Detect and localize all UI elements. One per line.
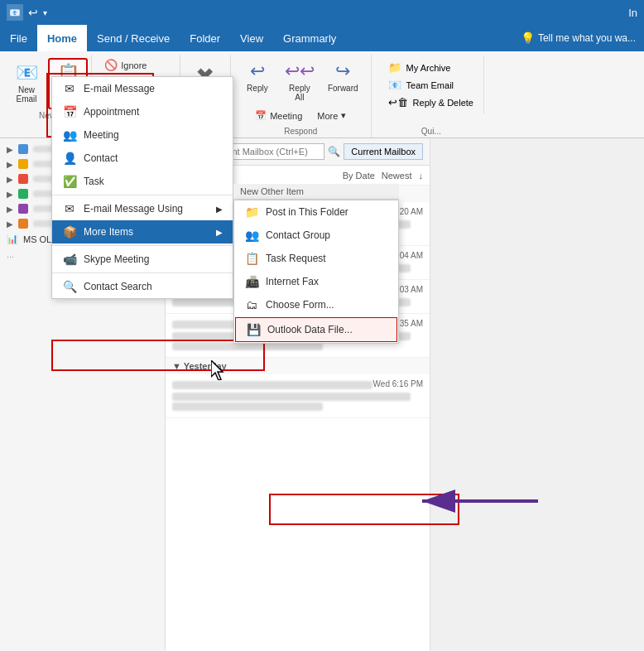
- quick-label: Qui...: [421, 123, 441, 136]
- contact-search-label: Contact Search: [84, 281, 152, 292]
- dropdown-sep-1: [52, 195, 233, 195]
- meeting-label: Meeting: [270, 111, 302, 121]
- window-title: In: [628, 7, 637, 19]
- more-arrow: ▾: [341, 110, 346, 121]
- ignore-button[interactable]: 🚫 Ignore: [99, 56, 173, 74]
- dropdown-contact[interactable]: 👤 Contact: [52, 147, 233, 170]
- appointment-icon: 📅: [62, 105, 77, 118]
- post-icon: 📁: [244, 205, 259, 219]
- dropdown-contact-search[interactable]: 🔍 Contact Search: [52, 275, 233, 298]
- submenu-choose-form[interactable]: 🗂 Choose Form...: [234, 293, 398, 316]
- undo-button[interactable]: ↩: [28, 6, 38, 19]
- team-email-button[interactable]: 📧 Team Email: [385, 77, 477, 93]
- expand-icon-4: ▶: [7, 190, 13, 199]
- more-items-icon: 📦: [62, 225, 77, 239]
- dropdown-more-items[interactable]: 📦 More Items ▶: [52, 220, 233, 244]
- dropdown-email-message[interactable]: ✉ E-mail Message: [52, 77, 233, 100]
- contact-group-icon: 👥: [244, 229, 259, 242]
- skype-icon: 📹: [62, 253, 77, 266]
- bulb-icon: 💡: [521, 31, 535, 45]
- current-mailbox-button[interactable]: Current Mailbox: [344, 143, 423, 160]
- title-bar: 📧 ↩ ▾ In: [0, 0, 644, 25]
- expand-icon-2: ▶: [7, 160, 13, 169]
- time-5: Wed 6:16 PM: [373, 379, 423, 391]
- outlook-data-icon: 💾: [246, 323, 261, 336]
- reply-all-icon: ↩↩: [285, 60, 315, 82]
- more-items-arrow: ▶: [216, 228, 223, 237]
- reply-delete-button[interactable]: ↩🗑 Reply & Delete: [385, 94, 477, 110]
- skype-label: Skype Meeting: [84, 253, 149, 265]
- folder-color-3: [18, 174, 28, 184]
- meeting-button[interactable]: 📅 Meeting: [249, 108, 308, 123]
- meeting-dd-icon: 👥: [62, 128, 77, 142]
- ignore-label: Ignore: [121, 60, 147, 70]
- new-email-label: NewEmail: [16, 85, 36, 104]
- menu-grammarly[interactable]: Grammarly: [273, 25, 346, 51]
- respond-small-btns: 📅 Meeting More ▾: [249, 108, 352, 123]
- sender-row-5: Wed 6:16 PM: [172, 379, 423, 391]
- tell-me-bar[interactable]: 💡 Tell me what you wa...: [512, 25, 644, 51]
- expand-icon-1: ▶: [7, 145, 13, 154]
- email-using-arrow: ▶: [216, 205, 223, 214]
- submenu-post[interactable]: 📁 Post in This Folder: [234, 200, 398, 224]
- more-button[interactable]: More ▾: [311, 108, 352, 123]
- dropdown-meeting[interactable]: 👥 Meeting: [52, 123, 233, 147]
- more-items-submenu: 📁 Post in This Folder 👥 Contact Group 📋 …: [233, 200, 399, 344]
- reading-pane: [430, 138, 644, 651]
- email-item-5[interactable]: Wed 6:16 PM: [166, 374, 430, 418]
- more-items-submenu-overlay: New Other Item 📁 Post in This Folder 👥 C…: [233, 184, 399, 344]
- date-group-yesterday: ▼ Yesterday: [166, 358, 430, 374]
- expand-icon-5: ▶: [7, 205, 13, 214]
- reply-button[interactable]: ↩ Reply: [238, 56, 277, 97]
- submenu-internet-fax[interactable]: 📠 Internet Fax: [234, 270, 398, 293]
- forward-icon: ↪: [335, 60, 350, 82]
- more-label: More: [317, 111, 338, 121]
- meeting-dd-label: Meeting: [84, 129, 119, 141]
- ms-olk-icon: 📊: [7, 234, 18, 244]
- menu-home[interactable]: Home: [37, 25, 87, 51]
- dropdown-appointment[interactable]: 📅 Appointment: [52, 100, 233, 123]
- contact-group-label: Contact Group: [266, 229, 330, 241]
- ignore-icon: 🚫: [104, 59, 118, 71]
- menu-send-receive[interactable]: Send / Receive: [87, 25, 180, 51]
- email-using-label: E-mail Message Using: [84, 203, 183, 215]
- menu-file[interactable]: File: [0, 25, 37, 51]
- dropdown-sep-2: [52, 245, 233, 246]
- reply-icon: ↩: [250, 60, 265, 82]
- search-icon: 🔍: [328, 146, 340, 157]
- reply-all-button[interactable]: ↩↩ ReplyAll: [279, 56, 320, 106]
- dropdown-sep-3: [52, 272, 233, 273]
- by-date-label[interactable]: By Date: [343, 171, 375, 181]
- task-request-label: Task Request: [266, 253, 326, 264]
- dropdown-skype[interactable]: 📹 Skype Meeting: [52, 248, 233, 271]
- subject-5: [172, 393, 411, 401]
- submenu-contact-group[interactable]: 👥 Contact Group: [234, 224, 398, 247]
- respond-group: ↩ Reply ↩↩ ReplyAll ↪ Forward 📅 Meeting …: [231, 55, 372, 137]
- newest-label[interactable]: Newest: [382, 171, 412, 181]
- archive-icon: 📁: [388, 61, 401, 74]
- folder-color-1: [18, 144, 28, 154]
- tell-me-text: Tell me what you wa...: [538, 32, 636, 44]
- forward-button[interactable]: ↪ Forward: [322, 56, 364, 97]
- quick-group: 📁 My Archive 📧 Team Email ↩🗑 Reply & Del…: [372, 55, 491, 137]
- email-msg-label: E-mail Message: [84, 83, 155, 94]
- folder-color-4: [18, 189, 28, 199]
- new-items-dropdown: ✉ E-mail Message 📅 Appointment 👥 Meeting…: [51, 76, 233, 299]
- menu-view[interactable]: View: [230, 25, 273, 51]
- title-bar-left: 📧 ↩ ▾: [7, 4, 47, 21]
- new-email-button[interactable]: 📧 NewEmail: [7, 58, 46, 109]
- dropdown-task[interactable]: ✅ Task: [52, 170, 233, 193]
- team-email-label: Team Email: [406, 80, 454, 90]
- menu-folder[interactable]: Folder: [180, 25, 230, 51]
- quick-access-dropdown[interactable]: ▾: [43, 8, 47, 17]
- folder-color-5: [18, 204, 28, 214]
- email-using-icon: ✉: [62, 202, 77, 215]
- submenu-outlook-data-file[interactable]: 💾 Outlook Data File...: [235, 317, 397, 342]
- reply-delete-label: Reply & Delete: [413, 98, 473, 108]
- menu-bar: File Home Send / Receive Folder View Gra…: [0, 25, 644, 51]
- my-archive-button[interactable]: 📁 My Archive: [385, 60, 477, 75]
- submenu-task-request[interactable]: 📋 Task Request: [234, 247, 398, 270]
- choose-form-icon: 🗂: [244, 298, 259, 311]
- dropdown-email-using[interactable]: ✉ E-mail Message Using ▶: [52, 197, 233, 220]
- expand-icon-3: ▶: [7, 175, 13, 184]
